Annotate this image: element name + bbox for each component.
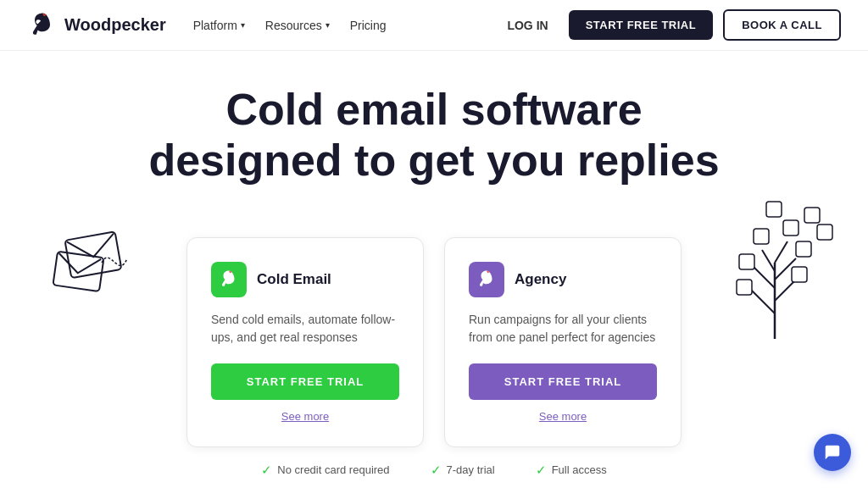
- trust-text-1: No credit card required: [277, 463, 389, 476]
- check-icon-1: ✓: [261, 463, 272, 478]
- nav-pricing-label: Pricing: [350, 19, 387, 32]
- hero-title: Cold email software designed to get you …: [103, 85, 765, 186]
- trusted-section: TRUSTED BY 13,000+ PROFESSIONALS 💰 Profi…: [0, 485, 868, 488]
- hero-title-line1: Cold email software: [225, 85, 642, 134]
- check-icon-2: ✓: [431, 463, 442, 478]
- cold-email-trial-button[interactable]: START FREE TRIAL: [211, 363, 399, 400]
- nav-trial-button[interactable]: START FREE TRIAL: [569, 10, 714, 40]
- navbar: Woodpecker Platform ▾ Resources ▾ Pricin…: [0, 0, 868, 51]
- trust-item-no-cc: ✓ No credit card required: [261, 463, 389, 478]
- nav-right: LOG IN START FREE TRIAL BOOK A CALL: [497, 9, 841, 41]
- woodpecker-logo-icon: [27, 10, 58, 41]
- agency-trial-button[interactable]: START FREE TRIAL: [469, 363, 657, 400]
- resources-chevron-icon: ▾: [326, 20, 330, 30]
- agency-card-desc: Run campaigns for all your clients from …: [469, 311, 657, 347]
- agency-card-title: Agency: [515, 271, 566, 288]
- chat-icon: [823, 443, 842, 462]
- nav-platform-label: Platform: [193, 19, 237, 32]
- main-content: 👍 👍 👍 👍 👍 👍 👍 👍 👍 Cold email software de…: [0, 51, 868, 488]
- chat-button[interactable]: [814, 434, 851, 471]
- cold-email-card-desc: Send cold emails, automate follow-ups, a…: [211, 311, 399, 347]
- hero-section: Cold email software designed to get you …: [0, 51, 868, 237]
- cold-email-card: Cold Email Send cold emails, automate fo…: [186, 237, 424, 447]
- trust-text-3: Full access: [552, 463, 607, 476]
- nav-platform-link[interactable]: Platform ▾: [193, 19, 245, 32]
- login-button[interactable]: LOG IN: [497, 12, 558, 39]
- nav-pricing-link[interactable]: Pricing: [350, 19, 387, 32]
- nav-call-button[interactable]: BOOK A CALL: [723, 9, 841, 41]
- agency-icon: [469, 262, 504, 297]
- platform-chevron-icon: ▾: [241, 20, 245, 30]
- agency-card: Agency Run campaigns for all your client…: [444, 237, 682, 447]
- cold-email-icon: [211, 262, 247, 297]
- cold-email-card-title: Cold Email: [257, 271, 331, 288]
- nav-resources-link[interactable]: Resources ▾: [265, 19, 330, 32]
- agency-card-header: Agency: [469, 262, 657, 297]
- nav-resources-label: Resources: [265, 19, 322, 32]
- check-icon-3: ✓: [536, 463, 547, 478]
- logo-link[interactable]: Woodpecker: [27, 10, 166, 41]
- trust-strip: ✓ No credit card required ✓ 7-day trial …: [0, 447, 868, 478]
- logo-text: Woodpecker: [64, 15, 166, 35]
- trust-item-access: ✓ Full access: [536, 463, 607, 478]
- product-cards-section: Cold Email Send cold emails, automate fo…: [0, 237, 868, 447]
- nav-left: Woodpecker Platform ▾ Resources ▾ Pricin…: [27, 10, 387, 41]
- trust-item-trial: ✓ 7-day trial: [431, 463, 495, 478]
- cold-email-see-more-link[interactable]: See more: [211, 410, 399, 423]
- trust-text-2: 7-day trial: [447, 463, 495, 476]
- hero-title-line2: designed to get you replies: [148, 136, 719, 185]
- agency-see-more-link[interactable]: See more: [469, 410, 657, 423]
- cold-email-card-header: Cold Email: [211, 262, 399, 297]
- nav-links: Platform ▾ Resources ▾ Pricing: [193, 19, 387, 32]
